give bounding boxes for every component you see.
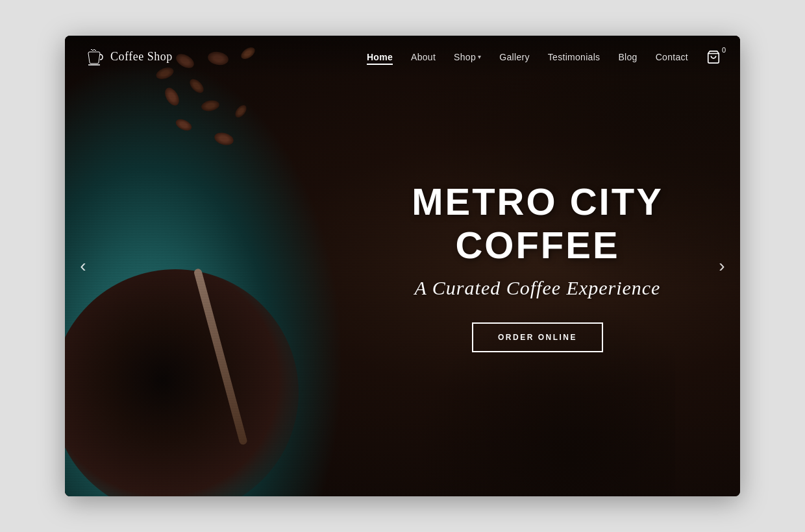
nav-item-blog[interactable]: Blog <box>618 51 637 63</box>
shop-chevron-icon: ▾ <box>478 53 481 60</box>
cart-count: 0 <box>722 46 726 54</box>
bean-8 <box>174 117 193 133</box>
nav-item-home[interactable]: Home <box>367 51 393 63</box>
bean-10 <box>213 130 235 147</box>
nav-item-about[interactable]: About <box>411 51 436 63</box>
nav-link-home[interactable]: Home <box>367 52 393 65</box>
nav-item-testimonials[interactable]: Testimonials <box>548 51 601 63</box>
hero-title: METRO CITY COFFEE <box>369 180 706 267</box>
coffee-cup-icon <box>84 47 105 67</box>
nav-item-shop[interactable]: Shop ▾ <box>454 52 481 62</box>
nav-link-about[interactable]: About <box>411 52 436 62</box>
nav-link-shop[interactable]: Shop ▾ <box>454 52 481 62</box>
nav-item-gallery[interactable]: Gallery <box>499 51 529 63</box>
cart-icon <box>706 50 721 64</box>
nav-item-contact[interactable]: Contact <box>656 51 688 63</box>
logo-text: Coffee Shop <box>110 50 173 64</box>
hero-section: Coffee Shop Home About Shop ▾ Gallery <box>65 36 740 496</box>
nav-links: Home About Shop ▾ Gallery Testimonials <box>367 50 721 64</box>
bean-6 <box>162 86 182 108</box>
carousel-prev-button[interactable]: ‹ <box>71 254 95 278</box>
nav-link-blog[interactable]: Blog <box>618 52 637 62</box>
nav-link-contact[interactable]: Contact <box>656 52 688 62</box>
nav-item-cart[interactable]: 0 <box>706 50 721 64</box>
order-online-button[interactable]: ORDER ONLINE <box>472 322 603 352</box>
navbar: Coffee Shop Home About Shop ▾ Gallery <box>65 36 740 78</box>
bean-9 <box>233 103 249 119</box>
bean-7 <box>201 99 220 113</box>
hero-content: METRO CITY COFFEE A Curated Coffee Exper… <box>369 180 706 352</box>
carousel-next-button[interactable]: › <box>710 254 734 278</box>
hero-subtitle: A Curated Coffee Experience <box>369 277 706 299</box>
bean-4 <box>188 77 206 95</box>
cart-button[interactable]: 0 <box>706 50 721 64</box>
browser-window: Coffee Shop Home About Shop ▾ Gallery <box>65 36 740 496</box>
logo[interactable]: Coffee Shop <box>84 47 173 67</box>
nav-link-gallery[interactable]: Gallery <box>499 52 529 62</box>
nav-link-testimonials[interactable]: Testimonials <box>548 52 601 62</box>
